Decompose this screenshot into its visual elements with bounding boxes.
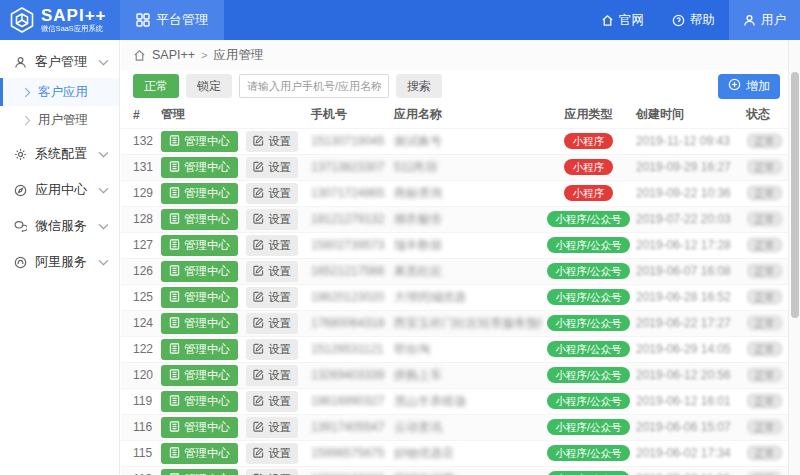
nav-official-site[interactable]: 官网 bbox=[587, 0, 658, 40]
chevron-down-icon bbox=[98, 151, 109, 158]
settings-button[interactable]: 设置 bbox=[246, 235, 298, 256]
nav-platform-management[interactable]: 平台管理 bbox=[120, 0, 224, 40]
settings-button[interactable]: 设置 bbox=[246, 339, 298, 360]
row-id: 129 bbox=[121, 180, 161, 206]
sidebar-item-user-management[interactable]: 用户管理 bbox=[0, 106, 119, 134]
phone-number: 18121279132 bbox=[311, 206, 394, 232]
column-header-manage: 管理 bbox=[161, 102, 311, 128]
settings-button[interactable]: 设置 bbox=[246, 131, 298, 152]
manage-center-button[interactable]: 管理中心 bbox=[161, 209, 238, 230]
phone-number: 18620123020 bbox=[311, 284, 394, 310]
settings-button[interactable]: 设置 bbox=[246, 417, 298, 438]
manage-center-button[interactable]: 管理中心 bbox=[161, 391, 238, 412]
settings-label: 设置 bbox=[268, 368, 291, 383]
edit-icon bbox=[253, 265, 264, 278]
sidebar-group-customer[interactable]: 客户管理 bbox=[0, 46, 119, 78]
app-name: 商标查询 bbox=[394, 180, 541, 206]
cube-logo-icon bbox=[8, 6, 36, 34]
sidebar-group-label: 客户管理 bbox=[35, 53, 87, 71]
manage-center-button[interactable]: 管理中心 bbox=[161, 469, 238, 475]
settings-button[interactable]: 设置 bbox=[246, 157, 298, 178]
settings-button[interactable]: 设置 bbox=[246, 391, 298, 412]
sidebar-item-label: 客户应用 bbox=[38, 84, 88, 101]
status-badge: 正常 bbox=[746, 159, 783, 176]
edit-icon bbox=[253, 135, 264, 148]
sidebar-group-ali-service[interactable]: 阿里服务 bbox=[0, 246, 119, 278]
manage-center-label: 管理中心 bbox=[184, 446, 230, 461]
settings-button[interactable]: 设置 bbox=[246, 443, 298, 464]
created-at: 2019-09-29 16:27 bbox=[636, 154, 746, 180]
sidebar-group-app-center[interactable]: 应用中心 bbox=[0, 174, 119, 206]
created-at: 2019-09-22 10:36 bbox=[636, 180, 746, 206]
chevron-down-icon bbox=[98, 223, 109, 230]
breadcrumb-root[interactable]: SAPI++ bbox=[152, 48, 195, 62]
settings-button[interactable]: 设置 bbox=[246, 183, 298, 204]
manage-center-button[interactable]: 管理中心 bbox=[161, 131, 238, 152]
add-button-label: 增加 bbox=[746, 78, 770, 95]
sidebar-group-system-config[interactable]: 系统配置 bbox=[0, 138, 119, 170]
manage-center-button[interactable]: 管理中心 bbox=[161, 235, 238, 256]
top-header: SAPI++ 微信SaaS应用系统 平台管理 官网 bbox=[0, 0, 800, 40]
table-row: 120 管理中心 设置 13269403339 拼购上车 bbox=[121, 362, 788, 388]
sidebar-group-label: 微信服务 bbox=[35, 217, 87, 235]
status-badge: 正常 bbox=[746, 211, 783, 228]
row-id: 132 bbox=[121, 128, 161, 154]
breadcrumb: SAPI++ > 应用管理 bbox=[121, 40, 788, 70]
chevron-right-icon bbox=[24, 115, 31, 126]
vertical-scrollbar[interactable] bbox=[788, 40, 800, 475]
settings-button[interactable]: 设置 bbox=[246, 287, 298, 308]
edit-icon bbox=[253, 291, 264, 304]
status-badge: 正常 bbox=[746, 133, 783, 150]
person-icon bbox=[14, 56, 27, 69]
manage-center-button[interactable]: 管理中心 bbox=[161, 261, 238, 282]
settings-button[interactable]: 设置 bbox=[246, 261, 298, 282]
gear-icon bbox=[14, 148, 27, 161]
edit-icon bbox=[253, 187, 264, 200]
sidebar-group-wechat-service[interactable]: 微信服务 bbox=[0, 210, 119, 242]
settings-button[interactable]: 设置 bbox=[246, 313, 298, 334]
status-badge: 正常 bbox=[746, 419, 783, 436]
column-header-status: 状态 bbox=[746, 102, 788, 128]
search-button[interactable]: 搜索 bbox=[396, 74, 442, 98]
list-icon bbox=[169, 343, 180, 356]
column-header-app-name: 应用名称 bbox=[394, 102, 541, 128]
settings-button[interactable]: 设置 bbox=[246, 209, 298, 230]
edit-icon bbox=[253, 343, 264, 356]
status-badge: 正常 bbox=[746, 289, 783, 306]
manage-center-button[interactable]: 管理中心 bbox=[161, 339, 238, 360]
sidebar-item-customer-apps[interactable]: 客户应用 bbox=[0, 78, 119, 106]
manage-center-button[interactable]: 管理中心 bbox=[161, 287, 238, 308]
app-name: 云动资讯 bbox=[394, 414, 541, 440]
table-row: 125 管理中心 设置 18620123020 大理同城优选 bbox=[121, 284, 788, 310]
nav-user[interactable]: 用户 bbox=[729, 0, 800, 40]
sidebar-group-label: 应用中心 bbox=[35, 181, 87, 199]
settings-button[interactable]: 设置 bbox=[246, 469, 298, 475]
platform-tab-label: 平台管理 bbox=[156, 11, 208, 29]
settings-button[interactable]: 设置 bbox=[246, 365, 298, 386]
plus-circle-icon bbox=[728, 78, 741, 94]
phone-number: 17680064318 bbox=[311, 310, 394, 336]
app-name: 拼购上车 bbox=[394, 362, 541, 388]
filter-normal-button[interactable]: 正常 bbox=[133, 74, 179, 98]
manage-center-button[interactable]: 管理中心 bbox=[161, 157, 238, 178]
settings-label: 设置 bbox=[268, 316, 291, 331]
edit-icon bbox=[253, 369, 264, 382]
manage-center-button[interactable]: 管理中心 bbox=[161, 443, 238, 464]
breadcrumb-current: 应用管理 bbox=[214, 47, 264, 64]
manage-center-button[interactable]: 管理中心 bbox=[161, 365, 238, 386]
manage-center-button[interactable]: 管理中心 bbox=[161, 183, 238, 204]
add-button[interactable]: 增加 bbox=[718, 74, 780, 99]
filter-locked-button[interactable]: 锁定 bbox=[186, 74, 232, 98]
nav-help[interactable]: 帮助 bbox=[658, 0, 729, 40]
manage-center-button[interactable]: 管理中心 bbox=[161, 313, 238, 334]
user-icon bbox=[743, 14, 756, 27]
manage-center-button[interactable]: 管理中心 bbox=[161, 417, 238, 438]
app-logo[interactable]: SAPI++ 微信SaaS应用系统 bbox=[0, 0, 120, 40]
app-type-badge: 小程序/公众号 bbox=[547, 341, 631, 358]
search-input[interactable] bbox=[239, 74, 389, 98]
app-type-badge: 小程序/公众号 bbox=[547, 289, 631, 306]
created-at: 2019-11-12 09:43 bbox=[636, 128, 746, 154]
scrollbar-thumb[interactable] bbox=[791, 72, 799, 318]
created-at: 2019-06-06 15:07 bbox=[636, 414, 746, 440]
edit-icon bbox=[253, 317, 264, 330]
